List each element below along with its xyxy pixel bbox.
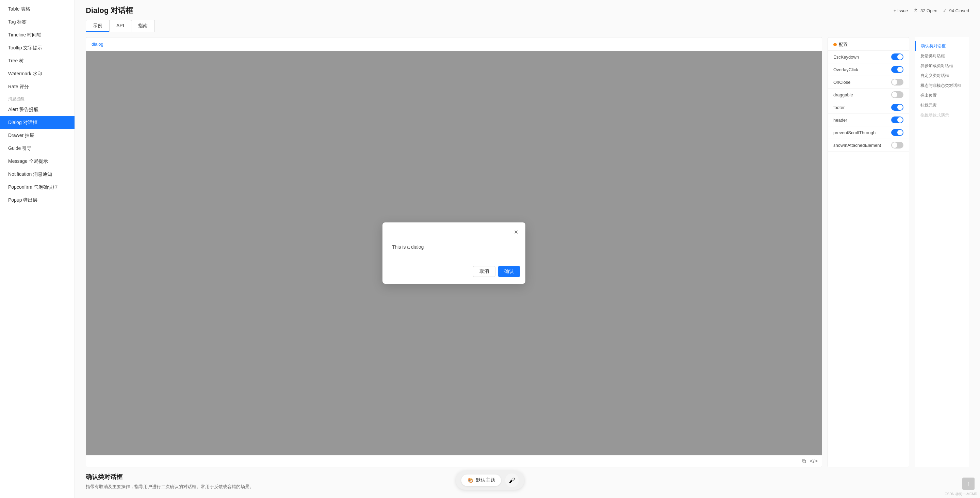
issue-closed-icon: ✓ [943, 8, 947, 13]
page-title: Dialog 对话框 [86, 5, 133, 16]
issue-closed-count: ✓ 94 Closed [943, 8, 969, 13]
copy-icon[interactable]: ⧉ [802, 458, 806, 464]
toggle-knob-draggable [892, 92, 897, 97]
add-issue-button[interactable]: + Issue [894, 8, 908, 13]
content-area: dialog ✕ This is a dialog 取消 确认 [75, 32, 980, 473]
sidebar-item-tree[interactable]: Tree 树 [0, 54, 75, 67]
sidebar-item-alert[interactable]: Alert 警告提醒 [0, 103, 75, 116]
right-nav-item[interactable]: 弹出位置 [915, 91, 969, 101]
dialog-body: This is a dialog [382, 236, 525, 262]
config-label-draggable: draggable [833, 92, 853, 97]
section-content: 确认类对话框 指带有取消及主要操作，指导用户进行二次确认的对话框。常用于反馈或容… [75, 473, 980, 498]
sidebar-item-guide[interactable]: Guide 引导 [0, 142, 75, 155]
scroll-up-icon: ↑ [967, 480, 970, 487]
right-nav-item[interactable]: 拖拽动效式演示 [915, 110, 969, 120]
dialog-cancel-button[interactable]: 取消 [473, 266, 495, 277]
sidebar-item-dialog[interactable]: Dialog 对话框 [0, 116, 75, 129]
toggle-knob-esckeydown [897, 54, 903, 60]
sidebar-item-message[interactable]: Message 全局提示 [0, 155, 75, 168]
right-nav-item[interactable]: 确认类对话框 [915, 41, 969, 51]
config-row-header: header [828, 114, 909, 126]
toggle-esckeydown[interactable] [891, 53, 904, 60]
dialog-header-bar: ✕ [382, 222, 525, 236]
config-label-showinattachedelement: showInAttachedElement [833, 143, 881, 148]
dialog-confirm-button[interactable]: 确认 [498, 266, 520, 277]
sidebar: Table 表格 Tag 标签 Timeline 时间轴 Tooltip 文字提… [0, 0, 75, 498]
theme-button[interactable]: 🎨 默认主题 [461, 474, 501, 486]
toggle-onclose[interactable] [891, 79, 904, 86]
toggle-preventscrollthrough[interactable] [891, 129, 904, 136]
toggle-knob-footer [897, 105, 903, 110]
bottom-theme-bar: 🎨 默认主题 🖌 [456, 471, 524, 490]
scroll-to-top-button[interactable]: ↑ [962, 477, 975, 490]
demo-label: dialog [86, 37, 822, 51]
right-nav-items: 确认类对话框反馈类对话框异步加载类对话框自定义类对话框模态与非模态类对话框弹出位… [915, 41, 969, 120]
sidebar-item-notification[interactable]: Notification 消息通知 [0, 168, 75, 181]
right-nav: 确认类对话框反馈类对话框异步加载类对话框自定义类对话框模态与非模态类对话框弹出位… [915, 37, 969, 467]
sidebar-item-popup[interactable]: Popup 弹出层 [0, 194, 75, 207]
demo-panel: dialog ✕ This is a dialog 取消 确认 [86, 37, 822, 467]
config-row-preventscrollthrough: preventScrollThrough [828, 126, 909, 139]
sidebar-item-drawer[interactable]: Drawer 抽屉 [0, 129, 75, 142]
config-label-onclose: OnClose [833, 80, 851, 85]
toggle-footer[interactable] [891, 104, 904, 111]
right-nav-item[interactable]: 自定义类对话框 [915, 71, 969, 81]
tab-guide[interactable]: 指南 [131, 20, 155, 32]
config-title: 配置 [828, 37, 909, 51]
config-label-esckeydown: EscKeydown [833, 54, 859, 60]
toggle-knob-header [897, 117, 903, 123]
sidebar-item-popconfirm[interactable]: Popconfirm 气泡确认框 [0, 181, 75, 194]
toggle-overlayclick[interactable] [891, 66, 904, 73]
toggle-draggable[interactable] [891, 91, 904, 98]
issue-bar: + Issue ⏱ 32 Open ✓ 94 Closed [894, 8, 969, 13]
config-panel: 配置 EscKeydownOverlayClickOnClosedraggabl… [827, 37, 909, 467]
right-nav-item[interactable]: 反馈类对话框 [915, 51, 969, 61]
sidebar-item-tag[interactable]: Tag 标签 [0, 16, 75, 29]
main-content: Dialog 对话框 + Issue ⏱ 32 Open ✓ 94 Closed… [75, 0, 980, 498]
config-indicator [833, 43, 837, 46]
code-icon[interactable]: </> [810, 458, 818, 464]
watermark: CSDN @阿一-MCMD [945, 492, 977, 496]
toggle-knob-showinattachedelement [892, 142, 897, 148]
config-label-preventscrollthrough: preventScrollThrough [833, 130, 875, 135]
overlay: ✕ This is a dialog 取消 确认 [86, 51, 822, 455]
config-label-overlayclick: OverlayClick [833, 67, 858, 72]
main-header: Dialog 对话框 + Issue ⏱ 32 Open ✓ 94 Closed [75, 0, 980, 16]
theme-palette-icon: 🎨 [468, 477, 473, 483]
right-nav-item[interactable]: 模态与非模态类对话框 [915, 81, 969, 91]
issue-open-count: ⏱ 32 Open [913, 8, 937, 13]
sidebar-item-watermark[interactable]: Watermark 水印 [0, 67, 75, 80]
tab-example[interactable]: 示例 [86, 20, 110, 32]
config-row-onclose: OnClose [828, 76, 909, 89]
config-row-draggable: draggable [828, 89, 909, 101]
tab-api[interactable]: API [109, 20, 131, 32]
theme-label: 默认主题 [476, 477, 495, 484]
sidebar-item-table[interactable]: Table 表格 [0, 3, 75, 16]
sidebar-item-rate[interactable]: Rate 评分 [0, 80, 75, 93]
sidebar-section-label: 消息提醒 [0, 93, 75, 103]
toggle-header[interactable] [891, 117, 904, 123]
dialog-box: ✕ This is a dialog 取消 确认 [382, 222, 525, 284]
toggle-knob-preventscrollthrough [897, 130, 903, 135]
theme-secondary-button[interactable]: 🖌 [505, 474, 519, 487]
dialog-footer: 取消 确认 [382, 262, 525, 284]
config-rows: EscKeydownOverlayClickOnClosedraggablefo… [828, 51, 909, 152]
right-nav-item[interactable]: 挂载元素 [915, 101, 969, 110]
right-nav-item[interactable]: 异步加载类对话框 [915, 61, 969, 71]
demo-body: ✕ This is a dialog 取消 确认 [86, 51, 822, 455]
section-title: 确认类对话框 [86, 473, 969, 481]
sidebar-item-timeline[interactable]: Timeline 时间轴 [0, 29, 75, 42]
dialog-content-text: This is a dialog [392, 244, 424, 250]
section-desc: 指带有取消及主要操作，指导用户进行二次确认的对话框。常用于反馈或容错的场景。 [86, 484, 969, 490]
toggle-showinattachedelement[interactable] [891, 142, 904, 148]
config-row-overlayclick: OverlayClick [828, 63, 909, 76]
toggle-knob-overlayclick [897, 67, 903, 72]
config-row-esckeydown: EscKeydown [828, 51, 909, 63]
sidebar-item-tooltip[interactable]: Tooltip 文字提示 [0, 42, 75, 54]
dialog-close-button[interactable]: ✕ [512, 228, 520, 236]
config-label-header: header [833, 118, 847, 123]
demo-toolbar: ⧉ </> [86, 455, 822, 467]
config-row-footer: footer [828, 101, 909, 114]
tabs-bar: 示例 API 指南 [75, 16, 980, 32]
config-label-footer: footer [833, 105, 845, 110]
